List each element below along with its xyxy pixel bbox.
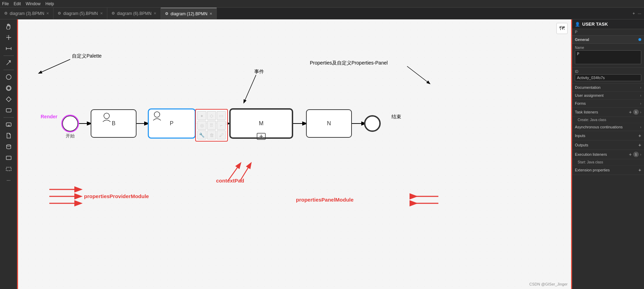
tab-diagram5[interactable]: ⚙ diagram (5).BPMN ✕	[53, 8, 107, 19]
execution-listeners-actions: + 1 ›	[629, 152, 641, 157]
menu-help[interactable]: Help	[46, 1, 54, 6]
data-store-tool[interactable]	[2, 142, 15, 152]
connect-tool[interactable]	[2, 58, 15, 68]
main-layout: ···	[0, 19, 644, 289]
canvas-area[interactable]: B P M N 开始 自定义Palette 事件	[18, 19, 571, 289]
text-annotation-tool[interactable]	[2, 153, 15, 163]
section-outputs[interactable]: Outputs +	[572, 141, 644, 150]
svg-text:事件: 事件	[254, 69, 264, 74]
palette-divider-3	[3, 117, 14, 118]
task-listener-item-1: Create: Java class	[572, 117, 644, 123]
svg-text:结束: 结束	[391, 114, 401, 119]
section-documentation[interactable]: Documentation ›	[572, 84, 644, 92]
menu-edit[interactable]: Edit	[14, 1, 21, 6]
palette-divider-1	[3, 56, 14, 56]
new-tab-btn[interactable]: +	[633, 11, 635, 16]
task-listeners-add[interactable]: +	[629, 109, 631, 115]
field-id-label: ID	[575, 70, 641, 74]
gateway-tool[interactable]	[2, 94, 15, 104]
svg-text:自定义Palette: 自定义Palette	[72, 53, 102, 59]
close-tab-4[interactable]: ✕	[209, 12, 212, 16]
user-assignment-chevron: ›	[640, 94, 641, 97]
menubar: File Edit Window Help	[0, 0, 644, 8]
field-name-input[interactable]: P	[575, 50, 641, 64]
more-tabs-btn[interactable]: ···	[638, 11, 641, 16]
props-panel-header: 👤 USER TASK	[572, 19, 644, 29]
menu-file[interactable]: File	[2, 1, 9, 6]
svg-rect-15	[6, 156, 11, 160]
section-general[interactable]: General	[572, 36, 644, 44]
close-tab-1[interactable]: ✕	[46, 11, 49, 15]
extension-props-label: Extension properties	[575, 168, 610, 172]
group-tool[interactable]	[2, 164, 15, 174]
hand-tool[interactable]	[2, 22, 15, 31]
ctx-connect[interactable]: ⌐	[217, 121, 226, 130]
forms-label: Forms	[575, 101, 586, 105]
tab-diagram12[interactable]: ⚙ diagram (12).BPMN ✕	[161, 8, 217, 19]
map-button[interactable]: 🗺	[556, 23, 568, 34]
menu-window[interactable]: Window	[26, 1, 41, 6]
inputs-add[interactable]: +	[638, 133, 641, 138]
lasso-tool[interactable]	[2, 33, 15, 42]
ctx-wrench[interactable]: 🔧	[197, 130, 206, 139]
extension-props-add[interactable]: +	[638, 167, 641, 173]
field-id-group: ID	[572, 68, 644, 84]
tab-diagram6[interactable]: ⚙ diagram (6).BPMN ✕	[107, 8, 161, 19]
props-panel-subtitle: P	[572, 29, 644, 36]
svg-text:P: P	[170, 120, 174, 126]
ctx-rect[interactable]: ▭	[217, 111, 226, 120]
ctx-circle[interactable]: ●	[197, 111, 206, 120]
section-execution-listeners[interactable]: Execution listeners + 1 ›	[572, 150, 644, 159]
execution-listener-item-1: Start: Java class	[572, 159, 644, 165]
intermediate-event-tool[interactable]	[2, 83, 15, 93]
svg-rect-19	[18, 19, 571, 289]
sub-process-tool[interactable]	[2, 120, 15, 129]
svg-text:propertiesProviderModule: propertiesProviderModule	[84, 193, 149, 199]
svg-text:contextPad: contextPad	[216, 178, 244, 184]
field-id-input[interactable]	[575, 74, 641, 81]
tabbar-actions: + ···	[630, 8, 644, 19]
palette-divider-2	[3, 70, 14, 70]
task-listeners-label: Task listeners	[575, 110, 598, 114]
gear-icon-tab2: ⚙	[58, 11, 61, 16]
tab-diagram3[interactable]: ⚙ diagram (3).BPMN ✕	[0, 8, 53, 19]
properties-panel: 👤 USER TASK P General Name P ID Document…	[571, 19, 644, 289]
ctx-marker[interactable]: 🖊	[217, 130, 226, 139]
section-async[interactable]: Asynchronous continuations ›	[572, 123, 644, 131]
svg-rect-12	[6, 123, 11, 126]
close-tab-2[interactable]: ✕	[100, 11, 103, 15]
start-event-tool[interactable]	[2, 72, 15, 82]
svg-line-2	[7, 36, 7, 36]
outputs-add[interactable]: +	[638, 142, 641, 148]
ctx-ring[interactable]: ◎	[197, 121, 206, 130]
close-tab-3[interactable]: ✕	[154, 11, 156, 15]
more-tools[interactable]: ···	[2, 175, 15, 185]
ctx-diamond[interactable]: ◇	[207, 111, 216, 120]
execution-listeners-add[interactable]: +	[629, 152, 631, 157]
svg-point-9	[7, 86, 10, 90]
svg-point-40	[365, 116, 380, 131]
task-tool[interactable]	[2, 105, 15, 115]
execution-listeners-label: Execution listeners	[575, 152, 607, 156]
svg-text:Properties及自定义Properties-Panel: Properties及自定义Properties-Panel	[310, 60, 388, 66]
data-object-tool[interactable]	[2, 131, 15, 141]
inputs-label: Inputs	[575, 134, 585, 138]
section-task-listeners[interactable]: Task listeners + 1 ›	[572, 108, 644, 117]
svg-point-25	[63, 116, 78, 131]
svg-text:B: B	[112, 120, 116, 126]
section-inputs[interactable]: Inputs +	[572, 131, 644, 141]
ctx-delete[interactable]: 🗑	[207, 130, 216, 139]
section-user-assignment[interactable]: User assignment ›	[572, 92, 644, 100]
user-task-icon: 👤	[575, 22, 580, 27]
palette: ···	[0, 19, 18, 289]
execution-listeners-badge: 1	[633, 152, 639, 157]
section-forms[interactable]: Forms ›	[572, 100, 644, 108]
svg-line-6	[7, 61, 11, 65]
task-listeners-chevron: ›	[640, 110, 641, 114]
section-extension-props[interactable]: Extension properties +	[572, 165, 644, 175]
execution-listeners-chevron: ›	[640, 153, 641, 156]
ctx-dots[interactable]: ⠿	[207, 121, 216, 130]
section-general-label: General	[575, 37, 589, 42]
context-pad[interactable]: ● ◇ ▭ ◎ ⠿ ⌐ 🔧 🗑 🖊	[195, 109, 228, 142]
space-tool[interactable]	[2, 44, 15, 53]
